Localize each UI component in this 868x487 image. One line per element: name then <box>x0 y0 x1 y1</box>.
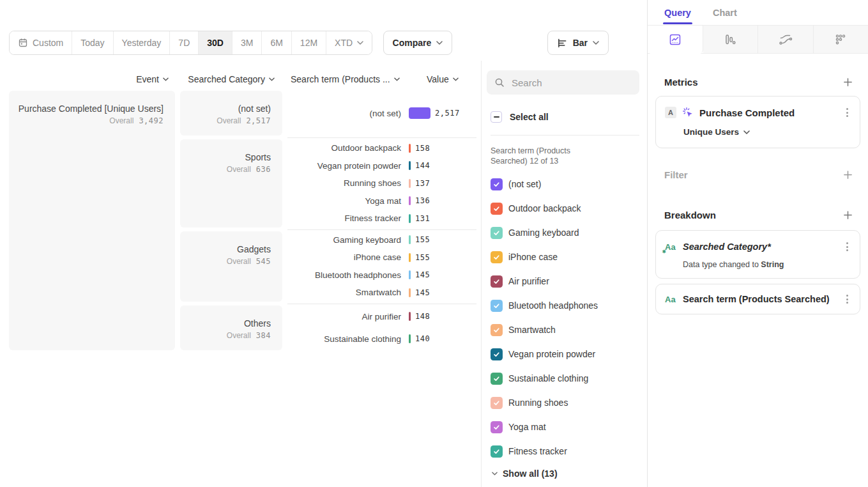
compare-button[interactable]: Compare <box>383 31 453 55</box>
metric-kebab-menu[interactable] <box>844 105 851 120</box>
term-row[interactable]: iPhone case155 <box>287 249 476 267</box>
term-rows: Outdoor backpack158Vegan protein powder1… <box>287 139 476 228</box>
category-name: (not set) <box>187 104 271 114</box>
term-row[interactable]: Air purifier148 <box>287 305 476 328</box>
date-range-6m[interactable]: 6M <box>261 31 291 54</box>
tab-chart[interactable]: Chart <box>713 0 737 25</box>
checkbox-checked[interactable] <box>491 251 503 263</box>
report-type-flows[interactable] <box>758 26 814 53</box>
overall-label: Overall <box>227 257 251 266</box>
checkbox-checked[interactable] <box>491 203 503 215</box>
date-range-3m[interactable]: 3M <box>232 31 261 54</box>
filter-item[interactable]: Bluetooth headphones <box>487 293 639 318</box>
overall-label: Overall <box>227 165 251 174</box>
category-group: GadgetsOverall545Gaming keyboard155iPhon… <box>180 231 476 302</box>
checkbox-checked[interactable] <box>491 421 503 433</box>
breakdown-section-header: Breakdown <box>648 208 868 222</box>
term-row[interactable]: Smartwatch145 <box>287 284 476 302</box>
date-range-label: 7D <box>178 38 190 48</box>
breakdown-card-searched-category[interactable]: Aa Searched Category* Data type changed … <box>655 230 860 279</box>
chevron-down-icon <box>394 77 400 81</box>
term-label: Running shoes <box>287 178 409 188</box>
filter-item[interactable]: Smartwatch <box>487 318 639 342</box>
term-row[interactable]: (not set)2,517 <box>287 91 476 135</box>
category-box[interactable]: (not set)Overall2,517 <box>180 91 282 135</box>
checkbox-checked[interactable] <box>491 397 503 409</box>
search-icon <box>494 77 505 88</box>
breakdown-kebab-menu[interactable] <box>844 240 851 254</box>
checkbox-checked[interactable] <box>491 178 503 190</box>
term-label: Air purifier <box>287 312 409 321</box>
date-range-xtd[interactable]: XTD <box>326 31 372 54</box>
term-row[interactable]: Gaming keyboard155 <box>287 231 476 249</box>
add-filter-button[interactable] <box>841 167 855 182</box>
category-box[interactable]: OthersOverall384 <box>180 305 282 350</box>
show-all-toggle[interactable]: Show all (13) <box>487 466 639 481</box>
filter-item[interactable]: Yoga mat <box>487 415 639 439</box>
date-range-today[interactable]: Today <box>72 31 112 54</box>
report-type-retention[interactable] <box>814 26 868 53</box>
date-range-12m[interactable]: 12M <box>291 31 326 54</box>
tab-query[interactable]: Query <box>664 0 691 25</box>
overall-value: 384 <box>256 331 271 340</box>
term-row[interactable]: Vegan protein powder144 <box>287 157 476 175</box>
category-box[interactable]: GadgetsOverall545 <box>180 231 282 302</box>
chart-type-button[interactable]: Bar <box>547 31 609 55</box>
metric-card[interactable]: A Purchase Completed Unique Users <box>655 96 860 148</box>
filter-item[interactable]: Outdoor backpack <box>487 196 639 220</box>
date-range-30d[interactable]: 30D <box>198 31 232 54</box>
term-value: 137 <box>415 179 430 188</box>
column-header-value[interactable]: Value <box>427 74 459 84</box>
column-header-category[interactable]: Searched Category <box>180 74 282 84</box>
term-row[interactable]: Sustainable clothing140 <box>287 328 476 350</box>
calendar-icon <box>18 38 28 48</box>
category-box[interactable]: SportsOverall636 <box>180 139 282 228</box>
checkbox-checked[interactable] <box>491 324 503 336</box>
select-all-checkbox-indeterminate[interactable] <box>491 111 502 123</box>
filter-item[interactable]: Gaming keyboard <box>487 220 639 245</box>
breakdown-card-search-term[interactable]: Aa Search term (Products Searched) <box>655 284 860 314</box>
report-type-insights[interactable] <box>648 26 703 54</box>
report-type-funnels[interactable] <box>703 26 759 53</box>
search-box[interactable] <box>487 70 639 95</box>
chevron-down-icon <box>743 130 750 134</box>
term-bar <box>409 235 411 244</box>
column-header-event[interactable]: Event <box>9 74 175 84</box>
term-row[interactable]: Fitness tracker131 <box>287 210 476 228</box>
date-range-yesterday[interactable]: Yesterday <box>113 31 170 54</box>
filter-item[interactable]: Fitness tracker <box>487 439 639 463</box>
checkbox-checked[interactable] <box>491 348 503 360</box>
filter-item[interactable]: Sustainable clothing <box>487 366 639 390</box>
select-all[interactable]: Select all <box>487 111 639 123</box>
term-bar <box>409 196 411 205</box>
term-row[interactable]: Running shoes137 <box>287 174 476 192</box>
date-range-custom[interactable]: Custom <box>10 31 72 54</box>
filter-item[interactable]: Vegan protein powder <box>487 342 639 366</box>
filter-item[interactable]: iPhone case <box>487 245 639 269</box>
date-range-7d[interactable]: 7D <box>169 31 198 54</box>
measurement-dropdown[interactable]: Unique Users <box>665 127 851 137</box>
add-breakdown-button[interactable] <box>841 208 855 222</box>
term-row[interactable]: Outdoor backpack158 <box>287 139 476 157</box>
term-row[interactable]: Yoga mat136 <box>287 192 476 210</box>
checkbox-checked[interactable] <box>491 275 503 288</box>
category-name: Others <box>187 318 271 329</box>
breakdown-card-row: Aa Search term (Products Searched) <box>665 292 851 306</box>
add-metric-button[interactable] <box>841 75 855 89</box>
filter-item[interactable]: Running shoes <box>487 390 639 415</box>
column-header-term[interactable]: Search term (Products ... <box>291 74 400 84</box>
event-box[interactable]: Purchase Completed [Unique Users] Overal… <box>9 91 175 350</box>
checkbox-checked[interactable] <box>491 300 503 312</box>
term-row[interactable]: Bluetooth headphones145 <box>287 267 476 284</box>
filter-item[interactable]: Air purifier <box>487 269 639 293</box>
checkbox-checked[interactable] <box>491 373 503 385</box>
term-label: Yoga mat <box>287 196 409 206</box>
search-input[interactable] <box>510 77 632 89</box>
term-rows: Gaming keyboard155iPhone case155Bluetoot… <box>287 231 476 302</box>
column-header-term-label: Search term (Products ... <box>291 74 390 84</box>
checkbox-checked[interactable] <box>491 445 503 458</box>
term-value: 145 <box>415 288 430 297</box>
breakdown-kebab-menu[interactable] <box>844 292 851 306</box>
checkbox-checked[interactable] <box>491 227 503 239</box>
filter-item[interactable]: (not set) <box>487 172 639 196</box>
